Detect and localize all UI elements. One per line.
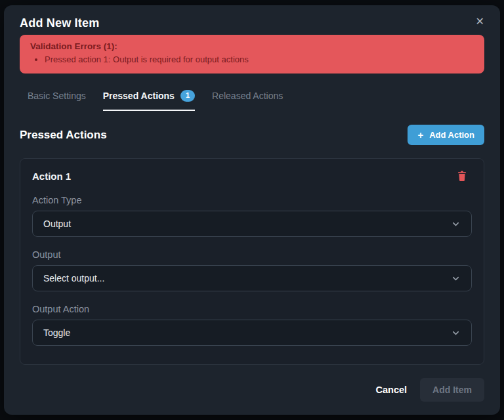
add-action-label: Add Action — [429, 130, 474, 140]
chevron-down-icon — [451, 219, 461, 229]
output-value: Select output... — [43, 273, 104, 284]
action-type-select[interactable]: Output — [32, 211, 472, 237]
validation-error-banner: Validation Errors (1): Pressed action 1:… — [20, 35, 484, 74]
field-label-output-action: Output Action — [32, 304, 472, 314]
tab-label: Basic Settings — [28, 91, 86, 101]
add-new-item-modal: Add New Item ✕ Validation Errors (1): Pr… — [4, 5, 500, 415]
page-backdrop: Add New Item ✕ Validation Errors (1): Pr… — [0, 0, 504, 420]
cancel-button[interactable]: Cancel — [372, 379, 411, 400]
tab-released-actions[interactable]: Released Actions — [212, 90, 283, 111]
add-action-button[interactable]: + Add Action — [408, 125, 484, 145]
tab-pressed-actions[interactable]: Pressed Actions 1 — [103, 90, 195, 111]
tab-bar: Basic Settings Pressed Actions 1 Release… — [20, 90, 484, 111]
trash-icon — [457, 171, 467, 181]
error-heading: Validation Errors (1): — [30, 41, 474, 51]
output-action-select[interactable]: Toggle — [32, 320, 472, 346]
output-action-value: Toggle — [43, 327, 70, 338]
tab-label: Released Actions — [212, 91, 283, 101]
error-item: Pressed action 1: Output is required for… — [45, 54, 474, 66]
plus-icon: + — [417, 130, 423, 140]
action-type-value: Output — [43, 219, 71, 229]
tab-basic-settings[interactable]: Basic Settings — [28, 90, 86, 111]
modal-title: Add New Item — [20, 16, 99, 30]
chevron-down-icon — [451, 274, 461, 284]
action-card-header: Action 1 — [32, 169, 472, 182]
section-title: Pressed Actions — [20, 129, 107, 142]
delete-action-button[interactable] — [456, 169, 468, 182]
add-item-button[interactable]: Add Item — [420, 378, 484, 402]
modal-header: Add New Item ✕ — [20, 16, 484, 30]
close-icon[interactable]: ✕ — [473, 15, 487, 28]
field-label-output: Output — [32, 249, 472, 260]
error-list: Pressed action 1: Output is required for… — [45, 54, 474, 66]
chevron-down-icon — [451, 328, 461, 338]
tab-count-badge: 1 — [180, 90, 195, 102]
modal-footer: Cancel Add Item — [20, 378, 484, 402]
action-card-title: Action 1 — [32, 171, 71, 182]
section-header-row: Pressed Actions + Add Action — [20, 125, 484, 145]
field-label-action-type: Action Type — [32, 195, 472, 205]
tab-label: Pressed Actions — [103, 91, 175, 101]
action-card: Action 1 Action Type Output Output — [20, 158, 484, 365]
output-select[interactable]: Select output... — [32, 265, 472, 291]
